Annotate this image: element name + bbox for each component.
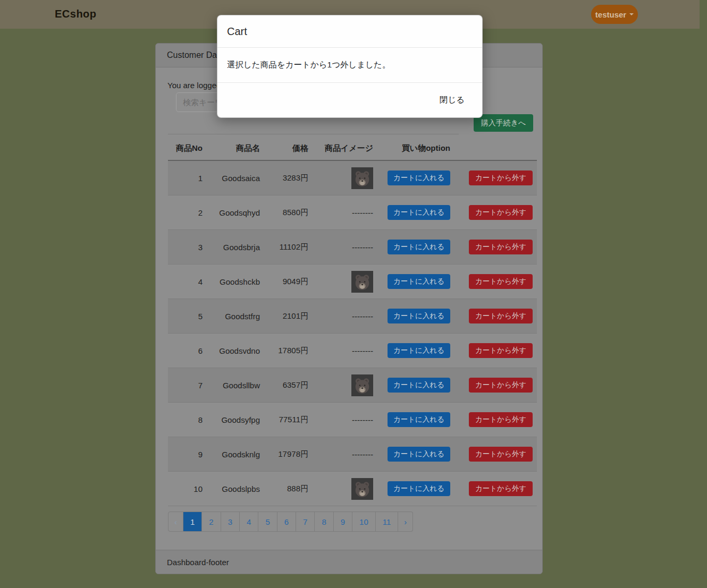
pagination-next[interactable]: ›: [398, 512, 413, 532]
table-row: 8Goodsyfpg77511円--------カートに入れるカートから外す: [168, 403, 537, 437]
remove-from-cart-button[interactable]: カートから外す: [469, 171, 533, 185]
cell-add-option: カートに入れる: [377, 403, 454, 437]
cell-product-image: --------: [313, 230, 377, 265]
pagination-prev[interactable]: ‹: [168, 512, 183, 532]
user-menu-button[interactable]: testuser: [591, 5, 638, 24]
cell-product-image: --------: [313, 403, 377, 437]
remove-from-cart-button[interactable]: カートから外す: [469, 378, 533, 393]
cell-price: 77511円: [264, 403, 313, 437]
close-modal-button[interactable]: 閉じる: [433, 91, 471, 109]
cell-add-option: カートに入れる: [377, 299, 454, 334]
remove-from-cart-button[interactable]: カートから外す: [469, 240, 533, 254]
pagination-page-9[interactable]: 9: [334, 512, 352, 532]
bear-icon: [351, 478, 373, 500]
pagination-page-10[interactable]: 10: [352, 512, 376, 532]
cell-product-name: Goodsyfpg: [207, 403, 264, 437]
checkout-button[interactable]: 購入手続きへ: [474, 114, 533, 132]
remove-from-cart-button[interactable]: カートから外す: [469, 274, 533, 289]
cell-product-no: 8: [168, 403, 207, 437]
divider: [168, 134, 459, 134]
cell-product-no: 6: [168, 334, 207, 368]
cell-product-name: Goodshckb: [207, 265, 264, 299]
bear-icon: [351, 374, 373, 396]
pagination-page-2[interactable]: 2: [202, 512, 221, 532]
product-table-body: 1Goodsaica3283円 カートに入れるカートから外す2Goodsqhyd…: [168, 160, 537, 506]
cell-product-no: 4: [168, 265, 207, 299]
cell-price: 17978円: [264, 437, 313, 472]
cell-remove-option: カートから外す: [454, 368, 537, 403]
remove-from-cart-button[interactable]: カートから外す: [469, 205, 533, 220]
cell-price: 3283円: [264, 160, 313, 195]
add-to-cart-button[interactable]: カートに入れる: [388, 309, 450, 323]
card-footer: Dashboard-footer: [156, 550, 542, 574]
cell-product-no: 2: [168, 195, 207, 230]
add-to-cart-button[interactable]: カートに入れる: [388, 205, 450, 220]
remove-from-cart-button[interactable]: カートから外す: [469, 309, 533, 323]
remove-from-cart-button[interactable]: カートから外す: [469, 343, 533, 358]
user-menu-label: testuser: [595, 10, 626, 19]
add-to-cart-button[interactable]: カートに入れる: [388, 274, 450, 289]
pagination-page-3[interactable]: 3: [221, 512, 240, 532]
cell-add-option: カートに入れる: [377, 195, 454, 230]
cell-add-option: カートに入れる: [377, 160, 454, 195]
cell-add-option: カートに入れる: [377, 265, 454, 299]
pagination-page-11[interactable]: 11: [376, 512, 399, 532]
add-to-cart-button[interactable]: カートに入れる: [388, 481, 450, 496]
pagination-page-7[interactable]: 7: [296, 512, 315, 532]
pagination-page-4[interactable]: 4: [240, 512, 258, 532]
table-row: 6Goodsvdno17805円--------カートに入れるカートから外す: [168, 334, 537, 368]
cart-modal-header: Cart: [217, 15, 482, 48]
cell-price: 888円: [264, 472, 313, 506]
cell-product-no: 1: [168, 160, 207, 195]
brand-logo[interactable]: ECshop: [55, 8, 97, 20]
pagination-page-8[interactable]: 8: [315, 512, 333, 532]
pagination-page-6[interactable]: 6: [277, 512, 296, 532]
table-row: 1Goodsaica3283円 カートに入れるカートから外す: [168, 160, 537, 195]
table-row: 4Goodshckb9049円 カートに入れるカートから外す: [168, 265, 537, 299]
cell-product-no: 3: [168, 230, 207, 265]
cell-product-name: Goodsknlg: [207, 437, 264, 472]
remove-from-cart-button[interactable]: カートから外す: [469, 412, 533, 427]
cell-remove-option: カートから外す: [454, 334, 537, 368]
cell-product-no: 9: [168, 437, 207, 472]
cell-remove-option: カートから外す: [454, 265, 537, 299]
add-to-cart-button[interactable]: カートに入れる: [388, 240, 450, 254]
add-to-cart-button[interactable]: カートに入れる: [388, 412, 450, 427]
cell-add-option: カートに入れる: [377, 472, 454, 506]
cart-modal-title: Cart: [227, 25, 247, 38]
page: ECshop testuser Customer Dashboard You a…: [0, 0, 707, 588]
cell-product-image: [313, 472, 377, 506]
cell-product-name: Goodsbrja: [207, 230, 264, 265]
add-to-cart-button[interactable]: カートに入れる: [388, 447, 450, 462]
cell-price: 2101円: [264, 299, 313, 334]
table-row: 5Goodstfrg2101円--------カートに入れるカートから外す: [168, 299, 537, 334]
cell-product-name: Goodstfrg: [207, 299, 264, 334]
add-to-cart-button[interactable]: カートに入れる: [388, 378, 450, 393]
cell-product-image: --------: [313, 195, 377, 230]
col-header-product-image: 商品イメージ: [313, 137, 377, 160]
cell-product-no: 7: [168, 368, 207, 403]
remove-from-cart-button[interactable]: カートから外す: [469, 447, 533, 462]
add-to-cart-button[interactable]: カートに入れる: [388, 171, 450, 185]
cell-product-name: Goodsllbw: [207, 368, 264, 403]
cart-modal-message: 選択した商品をカートから1つ外しました。: [217, 48, 482, 83]
cell-remove-option: カートから外す: [454, 195, 537, 230]
cell-product-no: 10: [168, 472, 207, 506]
table-row: 7Goodsllbw6357円 カートに入れるカートから外す: [168, 368, 537, 403]
col-header-blank: [454, 137, 537, 160]
bear-icon: [351, 271, 373, 293]
dashboard-card: Customer Dashboard You are logged in! 購入…: [155, 43, 543, 574]
remove-from-cart-button[interactable]: カートから外す: [469, 481, 533, 496]
table-header-row: 商品No 商品名 価格 商品イメージ 買い物option: [168, 137, 537, 160]
cell-product-image: --------: [313, 437, 377, 472]
pagination-page-1[interactable]: 1: [183, 512, 202, 532]
add-to-cart-button[interactable]: カートに入れる: [388, 343, 450, 358]
cell-remove-option: カートから外す: [454, 230, 537, 265]
cell-product-name: Goodsqhyd: [207, 195, 264, 230]
cell-price: 11102円: [264, 230, 313, 265]
cell-add-option: カートに入れる: [377, 230, 454, 265]
cell-price: 9049円: [264, 265, 313, 299]
pagination-page-5[interactable]: 5: [258, 512, 277, 532]
cell-product-image: [313, 160, 377, 195]
cell-product-image: --------: [313, 299, 377, 334]
